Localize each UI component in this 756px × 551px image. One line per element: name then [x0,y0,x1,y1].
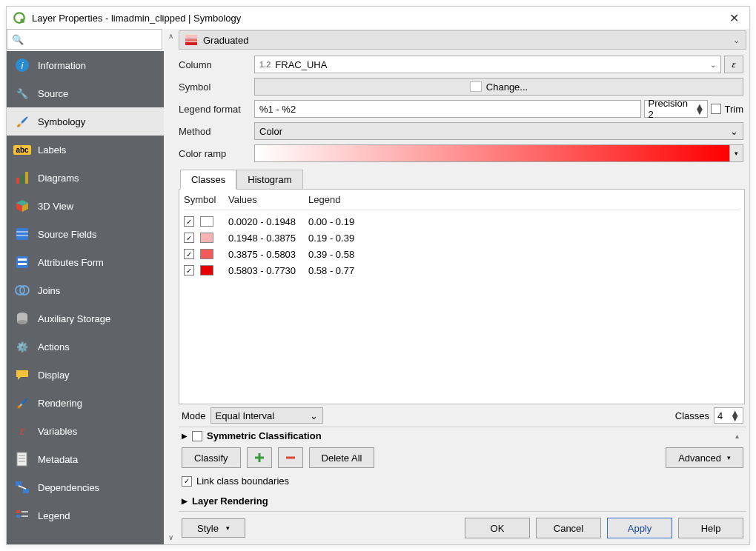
fields-icon [14,226,30,242]
epsilon-icon: ε [14,423,30,439]
chevron-down-icon: ▾ [226,524,230,532]
close-icon[interactable]: ✕ [725,11,743,25]
sidebar-search[interactable]: 🔍 [7,29,162,50]
table-row[interactable]: ✓0.0020 - 0.19480.00 - 0.19 [184,213,740,230]
link-boundaries-checkbox[interactable]: ✓ [182,476,192,487]
expand-icon[interactable]: ▶ [182,497,188,505]
sidebar-item-information[interactable]: iInformation [7,51,164,79]
svg-rect-14 [18,258,27,261]
col-symbol: Symbol [184,194,228,205]
style-button[interactable]: Style▾ [182,518,245,538]
sidebar-item-label: 3D View [38,201,73,212]
cancel-button[interactable]: Cancel [536,518,601,538]
change-label: Change... [486,81,528,93]
row-checkbox[interactable]: ✓ [184,233,194,243]
sidebar-item-source-fields[interactable]: Source Fields [7,220,164,248]
change-symbol-button[interactable]: Change... [254,78,743,96]
tab-classes[interactable]: Classes [180,170,236,190]
expand-icon[interactable]: ▶ [182,432,188,440]
color-ramp-combo[interactable]: ▾ [254,144,743,162]
row-swatch-icon [200,249,213,259]
legend-format-label: Legend format [179,104,250,115]
apply-button[interactable]: Apply [607,518,672,538]
trim-checkbox[interactable] [711,104,721,114]
color-ramp-label: Color ramp [179,148,250,159]
sidebar-item-legend[interactable]: Legend [7,501,164,530]
join-icon [14,282,30,298]
window-title: Layer Properties - limadmin_clipped | Sy… [32,13,241,24]
wrench-icon: 🔧 [14,85,30,101]
spin-arrows-icon[interactable]: ▲▼ [695,104,705,114]
sidebar-scroll[interactable]: ∧ ∨ [164,29,177,544]
table-row[interactable]: ✓0.3875 - 0.58030.39 - 0.58 [184,246,740,262]
doc-icon [14,451,30,467]
remove-class-button[interactable] [278,447,303,468]
svg-rect-21 [17,453,27,466]
row-values: 0.5803 - 0.7730 [228,265,308,276]
db-icon [14,310,30,327]
table-row[interactable]: ✓0.5803 - 0.77300.58 - 0.77 [184,262,740,278]
table-row[interactable]: ✓0.1948 - 0.38750.19 - 0.39 [184,230,740,246]
mode-value: Equal Interval [216,410,275,421]
column-label: Column [179,59,250,70]
sidebar-item-metadata[interactable]: Metadata [7,445,164,473]
sidebar-item-attributes-form[interactable]: Attributes Form [7,248,164,276]
sidebar-item-3d-view[interactable]: 3D View [7,192,164,220]
abc-icon: abc [14,141,30,158]
svg-rect-32 [185,35,197,38]
sidebar-item-label: Actions [38,341,70,353]
renderer-selector[interactable]: Graduated ⌄ [179,30,746,50]
scroll-up-icon[interactable]: ▴ [735,432,743,440]
classes-spinbox[interactable]: 4 ▲▼ [714,407,743,424]
info-icon: i [14,57,30,73]
legend-format-input[interactable] [254,100,641,118]
row-checkbox[interactable]: ✓ [184,265,194,276]
row-values: 0.0020 - 0.1948 [228,216,308,227]
spin-arrows-icon[interactable]: ▲▼ [730,410,740,421]
sidebar-item-diagrams[interactable]: Diagrams [7,164,164,192]
sidebar-item-variables[interactable]: εVariables [7,417,164,445]
help-button[interactable]: Help [678,518,743,538]
chevron-down-icon[interactable]: ▾ [729,145,743,161]
scroll-down-icon[interactable]: ∨ [168,533,173,541]
sidebar-item-source[interactable]: 🔧Source [7,79,164,107]
mode-combo[interactable]: Equal Interval ⌄ [210,407,323,424]
add-class-button[interactable] [247,447,272,468]
sidebar-item-label: Display [38,370,70,381]
row-checkbox[interactable]: ✓ [184,216,194,227]
sidebar-item-symbology[interactable]: 🖌️Symbology [7,107,164,136]
expression-button[interactable]: ε [724,56,743,73]
classes-table[interactable]: Symbol Values Legend ✓0.0020 - 0.19480.0… [179,189,745,404]
row-checkbox[interactable]: ✓ [184,249,194,259]
search-input[interactable] [27,34,157,45]
sidebar-item-auxiliary-storage[interactable]: Auxiliary Storage [7,304,164,333]
svg-rect-25 [16,481,21,486]
sidebar-item-label: Metadata [38,454,78,465]
search-icon: 🔍 [12,34,24,45]
tab-histogram[interactable]: Histogram [236,170,302,190]
sidebar-item-rendering[interactable]: 🖌️Rendering [7,389,164,417]
column-combo[interactable]: 1.2 FRAC_UHA ⌄ [254,56,721,73]
brush-icon: 🖌️ [14,113,30,130]
main-panel: Graduated ⌄ Column 1.2 FRAC_UHA ⌄ ε Symb… [177,29,749,544]
sidebar-item-actions[interactable]: ⚙️Actions [7,333,164,361]
chevron-down-icon: ▾ [727,454,731,461]
precision-spinbox[interactable]: Precision 2 ▲▼ [644,100,708,118]
method-combo[interactable]: Color ⌄ [254,122,743,140]
sidebar-item-labels[interactable]: abcLabels [7,136,164,164]
sidebar-item-joins[interactable]: Joins [7,276,164,304]
renderer-label: Graduated [203,35,248,46]
sidebar-item-dependencies[interactable]: Dependencies [7,473,164,501]
svg-point-20 [17,320,27,324]
sidebar-item-label: Information [38,60,86,71]
sidebar-item-display[interactable]: Display [7,361,164,389]
ok-button[interactable]: OK [465,518,530,538]
scroll-up-icon[interactable]: ∧ [168,32,173,40]
layer-rendering-label: Layer Rendering [192,495,268,507]
advanced-label: Advanced [678,453,721,464]
classify-button[interactable]: Classify [182,447,241,468]
advanced-button[interactable]: Advanced▾ [666,447,743,468]
delete-all-button[interactable]: Delete All [309,447,375,468]
symmetric-checkbox[interactable] [192,431,202,441]
chevron-down-icon: ⌄ [733,36,740,45]
